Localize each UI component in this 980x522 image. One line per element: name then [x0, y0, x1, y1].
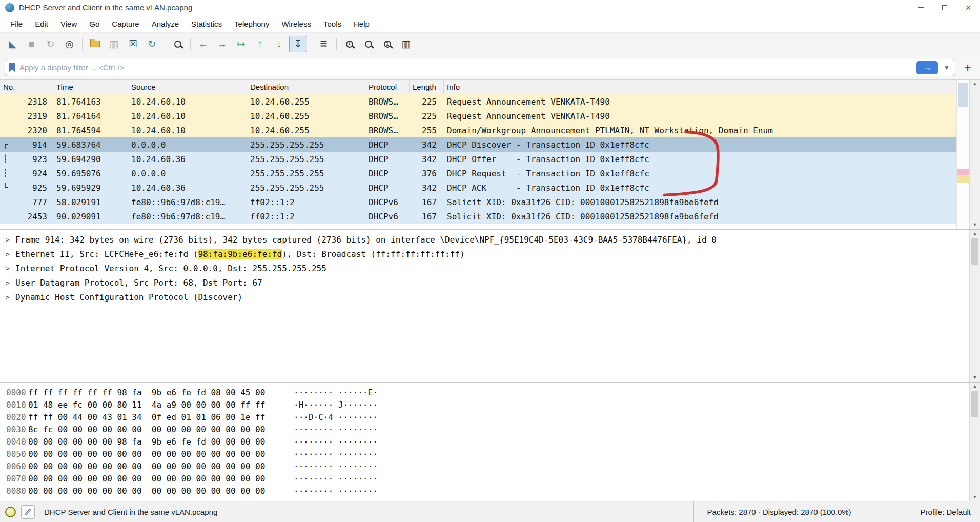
display-filter-field[interactable]: → ▼ — [5, 59, 955, 76]
filter-dropdown-chevron-icon[interactable]: ▼ — [942, 64, 951, 71]
hex-row[interactable]: 007000 00 00 00 00 00 00 00 00 00 00 00 … — [0, 472, 980, 485]
menu-item-capture[interactable]: Capture — [106, 19, 145, 28]
scroll-up-icon[interactable]: ▲ — [973, 384, 976, 389]
packet-row[interactable]: 245390.029091fe80::9b6:97d8:c19…ff02::1:… — [0, 209, 980, 224]
scrollbar-thumb[interactable] — [971, 238, 978, 265]
packet-length: 342 — [410, 154, 444, 164]
maximize-button[interactable] — [933, 0, 956, 15]
menu-item-edit[interactable]: Edit — [29, 19, 54, 28]
zoom-in-icon: + — [346, 41, 353, 48]
detail-line-ip[interactable]: >Internet Protocol Version 4, Src: 0.0.0… — [0, 261, 980, 275]
expert-info-icon[interactable] — [5, 507, 16, 517]
close-button[interactable]: × — [956, 0, 980, 15]
packet-row[interactable]: ┌91459.6837640.0.0.0255.255.255.255DHCP3… — [0, 137, 980, 152]
expand-chevron-icon[interactable]: > — [0, 236, 15, 244]
reload-file-button[interactable]: ↻ — [143, 36, 161, 52]
column-header-info[interactable]: Info — [444, 80, 956, 94]
menu-item-help[interactable]: Help — [348, 19, 376, 28]
packet-row[interactable]: 77758.029191fe80::9b6:97d8:c19…ff02::1:2… — [0, 195, 980, 209]
go-forward-button[interactable]: → — [213, 36, 231, 52]
hex-row[interactable]: 001001 48 ee fc 00 00 80 11 4a a9 00 00 … — [0, 398, 980, 411]
packet-protocol: BROWS… — [365, 97, 410, 107]
capture-options-button[interactable]: ◎ — [60, 36, 78, 52]
packet-row[interactable]: ┆92459.6950760.0.0.0255.255.255.255DHCP3… — [0, 166, 980, 180]
apply-filter-button[interactable]: → — [916, 61, 938, 74]
packet-list-minimap[interactable] — [956, 80, 969, 229]
column-header-destination[interactable]: Destination — [247, 80, 365, 94]
detail-line-udp[interactable]: >User Datagram Protocol, Src Port: 68, D… — [0, 275, 980, 290]
stop-capture-button[interactable]: ■ — [23, 36, 40, 52]
expand-chevron-icon[interactable]: > — [0, 265, 15, 272]
filter-bar: → ▼ + — [0, 55, 980, 80]
packet-source: 0.0.0.0 — [128, 140, 247, 150]
column-header-length[interactable]: Length — [410, 80, 444, 94]
menu-item-go[interactable]: Go — [83, 19, 106, 28]
save-file-button[interactable]: ▥ — [105, 36, 123, 52]
menu-item-statistics[interactable]: Statistics — [185, 19, 228, 28]
minimize-button[interactable] — [909, 0, 933, 15]
menu-item-telephony[interactable]: Telephony — [228, 19, 275, 28]
zoom-original-button[interactable]: 1 — [378, 36, 396, 52]
find-packet-button[interactable] — [169, 36, 187, 52]
packet-row[interactable]: └92559.69592910.24.60.36255.255.255.255D… — [0, 180, 980, 195]
minimap-thumb[interactable] — [958, 83, 968, 107]
display-filter-input[interactable] — [19, 63, 912, 72]
menu-item-file[interactable]: File — [4, 19, 29, 28]
details-scrollbar[interactable]: ▲ ▼ — [969, 230, 980, 382]
colorize-packets-icon: ≣ — [320, 39, 328, 49]
hex-row[interactable]: 005000 00 00 00 00 00 00 00 00 00 00 00 … — [0, 448, 980, 460]
packet-row[interactable]: ┆92359.69429010.24.60.36255.255.255.255D… — [0, 152, 980, 166]
menu-item-wireless[interactable]: Wireless — [275, 19, 317, 28]
detail-line-ethernet[interactable]: >Ethernet II, Src: LCFCHeFe_e6:fe:fd (98… — [0, 247, 980, 261]
scroll-down-icon[interactable]: ▼ — [973, 375, 976, 380]
column-header-no[interactable]: No. — [0, 80, 53, 94]
column-header-protocol[interactable]: Protocol — [365, 80, 410, 94]
auto-scroll-button[interactable]: ↧ — [289, 36, 307, 52]
hex-row[interactable]: 00308c fc 00 00 00 00 00 00 00 00 00 00 … — [0, 423, 980, 435]
menu-item-analyze[interactable]: Analyze — [146, 19, 185, 28]
restart-capture-button[interactable]: ↻ — [42, 36, 59, 52]
go-to-top-button[interactable]: ↑ — [251, 36, 269, 52]
hex-row[interactable]: 004000 00 00 00 00 00 98 fa 9b e6 fe fd … — [0, 435, 980, 448]
add-filter-button[interactable]: + — [960, 60, 975, 75]
column-header-source[interactable]: Source — [128, 80, 247, 94]
open-file-button[interactable] — [86, 36, 104, 52]
detail-line-dhcp[interactable]: >Dynamic Host Configuration Protocol (Di… — [0, 290, 980, 304]
zoom-out-button[interactable]: − — [359, 36, 377, 52]
packet-row[interactable]: 231981.76416410.24.60.1010.24.60.255BROW… — [0, 109, 980, 123]
go-to-packet-button[interactable]: ↦ — [232, 36, 250, 52]
scroll-down-icon[interactable]: ▼ — [973, 495, 976, 499]
packet-row[interactable]: 231881.76416310.24.60.1010.24.60.255BROW… — [0, 94, 980, 109]
go-back-button[interactable]: ← — [194, 36, 212, 52]
start-capture-button[interactable]: ◣ — [4, 36, 22, 52]
profile-selector[interactable]: Profile: Default — [908, 501, 975, 522]
hex-ascii: ···D·C·4 ········ — [294, 412, 378, 422]
packet-protocol: BROWS… — [365, 126, 410, 135]
hex-row[interactable]: 0020ff ff 00 44 00 43 01 34 0f ed 01 01 … — [0, 411, 980, 423]
hex-row[interactable]: 006000 00 00 00 00 00 00 00 00 00 00 00 … — [0, 460, 980, 472]
hex-row[interactable]: 008000 00 00 00 00 00 00 00 00 00 00 00 … — [0, 485, 980, 497]
scroll-up-icon[interactable]: ▲ — [973, 82, 977, 86]
capture-comment-button[interactable] — [21, 505, 35, 519]
hex-row[interactable]: 0000ff ff ff ff ff ff 98 fa 9b e6 fe fd … — [0, 386, 980, 398]
expand-chevron-icon[interactable]: > — [0, 279, 15, 287]
menu-item-view[interactable]: View — [54, 19, 83, 28]
filter-bookmark-icon[interactable] — [9, 63, 15, 72]
colorize-packets-button[interactable]: ≣ — [315, 36, 333, 52]
scroll-up-icon[interactable]: ▲ — [973, 231, 976, 236]
packet-row[interactable]: 232081.76459410.24.60.1010.24.60.255BROW… — [0, 123, 980, 137]
hex-scrollbar[interactable]: ▲ ▼ — [969, 383, 980, 501]
detail-line-frame[interactable]: >Frame 914: 342 bytes on wire (2736 bits… — [0, 232, 980, 247]
resize-columns-button[interactable]: ▥ — [397, 36, 415, 52]
close-file-button[interactable]: ☒ — [124, 36, 142, 52]
go-to-bottom-button[interactable]: ↓ — [270, 36, 288, 52]
menu-item-tools[interactable]: Tools — [317, 19, 348, 28]
expand-chevron-icon[interactable]: > — [0, 293, 15, 301]
expand-chevron-icon[interactable]: > — [0, 250, 15, 258]
scroll-down-icon[interactable]: ▼ — [973, 223, 977, 227]
scrollbar-thumb[interactable] — [971, 391, 978, 417]
detail-text: User Datagram Protocol, Src Port: 68, Ds… — [15, 278, 262, 288]
packet-list-scrollbar[interactable]: ▲ ▼ — [969, 80, 980, 229]
zoom-in-button[interactable]: + — [340, 36, 358, 52]
column-header-time[interactable]: Time — [53, 80, 128, 94]
